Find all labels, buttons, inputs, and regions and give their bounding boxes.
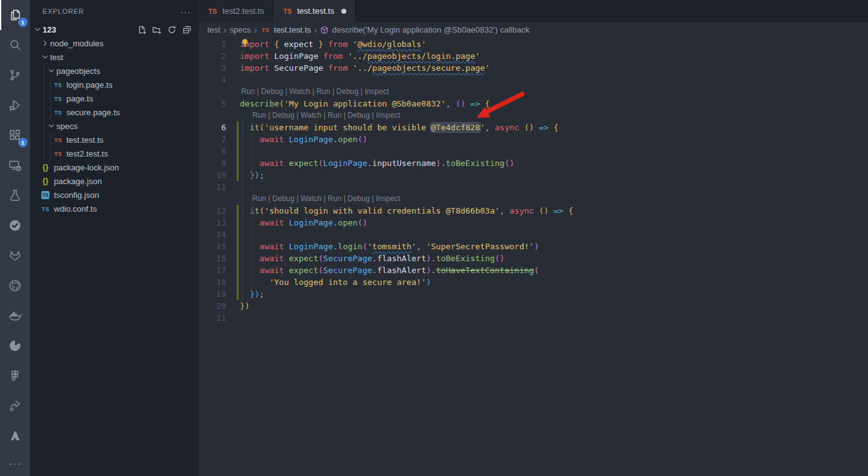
tree-file-secure.page.ts[interactable]: TSsecure.page.ts [30, 105, 199, 119]
remote-icon [8, 158, 23, 173]
figma-icon [8, 368, 23, 383]
tab-test.test.ts[interactable]: TS test.test.ts [273, 0, 355, 22]
tree-folder-node_modules[interactable]: node_modules [30, 36, 199, 50]
code-line-21[interactable]: 21 [199, 312, 868, 324]
breadcrumb-symbol[interactable]: describe('My Login application @Sb0ae083… [320, 25, 529, 34]
code-line-7[interactable]: 7 await LoginPage.open() [199, 133, 868, 145]
tree-folder-test[interactable]: test [30, 50, 199, 64]
ts-file-icon: TS [282, 8, 292, 15]
line-number: 19 [199, 288, 226, 300]
file-label: package-lock.json [54, 163, 119, 172]
new-file-icon[interactable] [136, 24, 147, 35]
new-folder-icon[interactable] [151, 24, 162, 35]
source-control-icon [8, 68, 23, 83]
tree-file-package.json[interactable]: {}package.json [30, 174, 199, 188]
breadcrumb-item-test[interactable]: test [207, 25, 220, 34]
tab-test2.test.ts[interactable]: TS test2.test.ts [199, 0, 273, 22]
tree-file-wdio.conf.ts[interactable]: TSwdio.conf.ts [30, 202, 199, 215]
code-line-4[interactable]: 4 [199, 74, 868, 86]
explorer-more-actions-icon[interactable]: ··· [180, 6, 191, 17]
tree-file-login.page.ts[interactable]: TSlogin.page.ts [30, 78, 199, 91]
codelens-actions[interactable]: Run | Debug | Watch | Run | Debug | Insp… [240, 86, 389, 98]
breadcrumb-file[interactable]: TS test.test.ts [260, 25, 311, 34]
activity-bar-item-search[interactable] [0, 30, 30, 60]
tree-file-package-lock.json[interactable]: {}package-lock.json [30, 160, 199, 174]
breadcrumb-separator: › [254, 25, 257, 35]
activity-bar: 11··· [0, 0, 30, 476]
activity-bar-item-docker[interactable] [0, 301, 30, 331]
activity-bar-item-testing[interactable] [0, 180, 30, 210]
line-number: 1 [199, 38, 226, 50]
line-number: 6 [199, 122, 226, 133]
codelens-line[interactable]: Run | Debug | Watch | Run | Debug | Insp… [199, 193, 868, 205]
git-added-indicator [237, 276, 239, 288]
breadcrumb-item-specs[interactable]: specs [230, 25, 251, 34]
line-number: 20 [199, 300, 226, 312]
activity-bar-item-source-control[interactable] [0, 60, 30, 90]
activity-bar-item-explorer[interactable]: 1 [0, 0, 30, 30]
code-line-8[interactable]: 8 [199, 145, 868, 157]
tab-bar: TS test2.test.tsTS test.test.ts [199, 0, 868, 22]
gutter-margin [226, 145, 240, 157]
collapse-all-icon[interactable] [181, 24, 192, 35]
tree-file-test.test.ts[interactable]: TStest.test.ts [30, 133, 199, 147]
code-line-3[interactable]: 3 import SecurePage from '../pageobjects… [199, 62, 868, 74]
code-line-2[interactable]: 2 import LoginPage from '../pageobjects/… [199, 50, 868, 62]
code-line-6[interactable]: 6 it('username input should be visible @… [199, 122, 868, 133]
workspace-root-folder[interactable]: 123 [30, 23, 199, 36]
gutter-margin [226, 157, 240, 169]
activity-bar-item-github[interactable] [0, 271, 30, 301]
git-added-indicator [237, 217, 239, 229]
file-label: tsconfig.json [54, 190, 99, 200]
codelens-line[interactable]: Run | Debug | Watch | Run | Debug | Insp… [199, 110, 868, 122]
tree-folder-pageobjects[interactable]: pageobjects [30, 64, 199, 78]
line-content: import SecurePage from '../pageobjects/s… [240, 62, 490, 74]
line-content: await expect(LoginPage.inputUsername).to… [240, 157, 514, 169]
activity-bar-item-live-share[interactable] [0, 391, 30, 421]
code-line-9[interactable]: 9 await expect(LoginPage.inputUsername).… [199, 157, 868, 169]
code-line-1[interactable]: 1 import { expect } from '@wdio/globals' [199, 38, 868, 50]
code-line-14[interactable]: 14 [199, 229, 868, 241]
activity-bar-item-figma[interactable] [0, 361, 30, 391]
code-line-17[interactable]: 17 await expect(SecurePage.flashAlert).t… [199, 264, 868, 276]
code-line-20[interactable]: 20 }) [199, 300, 868, 312]
activity-bar-item-azure[interactable] [0, 421, 30, 451]
ts-file-icon: TS [53, 109, 63, 116]
code-editor[interactable]: 1 import { expect } from '@wdio/globals'… [199, 38, 868, 324]
activity-more-actions[interactable]: ··· [0, 451, 30, 476]
code-line-11[interactable]: 11 [199, 181, 868, 193]
gutter-margin [226, 122, 240, 133]
code-line-18[interactable]: 18 'You logged into a secure area!') [199, 276, 868, 288]
explorer-sidebar: EXPLORER ··· 123 node_modulestestpageobj… [30, 0, 199, 476]
code-line-16[interactable]: 16 await expect(SecurePage.flashAlert).t… [199, 252, 868, 264]
file-tree: node_modulestestpageobjectsTSlogin.page.… [30, 36, 199, 215]
line-content: it('should login with valid credentials … [240, 205, 573, 217]
activity-bar-item-extensions[interactable]: 1 [0, 120, 30, 150]
activity-bar-item-tasks[interactable] [0, 210, 30, 241]
refresh-icon[interactable] [166, 24, 177, 35]
codelens-actions[interactable]: Run | Debug | Watch | Run | Debug | Insp… [240, 193, 400, 205]
code-line-5[interactable]: 5 describe('My Login application @Sb0ae0… [199, 98, 868, 110]
tree-file-page.ts[interactable]: TSpage.ts [30, 91, 199, 105]
code-line-19[interactable]: 19 }); [199, 288, 868, 300]
json-file-icon: {} [40, 177, 51, 185]
editor-area: TS test2.test.tsTS test.test.ts test›spe… [199, 0, 868, 476]
code-line-15[interactable]: 15 await LoginPage.login('tomsmith', 'Su… [199, 241, 868, 252]
tree-file-test2.test.ts[interactable]: TStest2.test.ts [30, 147, 199, 160]
tree-file-tsconfig.json[interactable]: TStsconfig.json [30, 188, 199, 202]
code-line-10[interactable]: 10 }); [199, 169, 868, 181]
codelens-line[interactable]: Run | Debug | Watch | Run | Debug | Insp… [199, 86, 868, 98]
debug-icon [8, 98, 23, 113]
chevron-right-icon [40, 38, 50, 48]
activity-bar-item-coverage[interactable] [0, 331, 30, 361]
file-label: secure.page.ts [66, 108, 120, 117]
code-line-13[interactable]: 13 await LoginPage.open() [199, 217, 868, 229]
gutter-margin [226, 62, 240, 74]
activity-bar-item-run-and-debug[interactable] [0, 90, 30, 120]
codelens-actions[interactable]: Run | Debug | Watch | Run | Debug | Insp… [240, 110, 400, 122]
activity-bar-item-remote-explorer[interactable] [0, 150, 30, 180]
lightbulb-icon[interactable] [240, 38, 249, 48]
tree-folder-specs[interactable]: specs [30, 119, 199, 133]
activity-bar-item-gitlab[interactable] [0, 241, 30, 271]
code-line-12[interactable]: 12 it('should login with valid credentia… [199, 205, 868, 217]
